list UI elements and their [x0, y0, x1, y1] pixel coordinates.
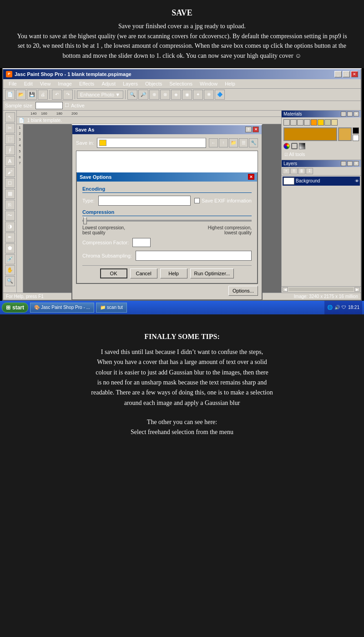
new-folder-btn[interactable]: 📁 — [229, 138, 238, 147]
background-color[interactable] — [338, 127, 352, 141]
tool2-btn[interactable]: ⊗ — [160, 90, 170, 100]
save-options-close-btn[interactable]: ✕ — [248, 174, 254, 180]
layers-max-btn[interactable]: □ — [347, 161, 353, 166]
compression-slider-thumb[interactable] — [83, 217, 87, 224]
zoom-in-btn[interactable]: 🔍 — [127, 90, 137, 100]
tool7-btn[interactable]: 🔷 — [215, 90, 225, 100]
ok-button[interactable]: OK — [100, 268, 127, 278]
materials-max-btn[interactable]: □ — [347, 111, 353, 116]
crop-tool[interactable]: ✂ — [5, 123, 15, 133]
black-swatch[interactable] — [353, 127, 359, 134]
layer-item-background[interactable]: Background 👁 — [283, 177, 360, 186]
type-dropdown[interactable]: Standard encoding ▼ — [98, 196, 191, 206]
magnify-tool[interactable]: 🔍 — [5, 276, 15, 286]
menu-edit[interactable]: Edit — [20, 80, 36, 87]
taskbar-scan-item[interactable]: 📁 scan tut — [96, 303, 127, 313]
new-file-btn[interactable]: 📄 — [5, 90, 15, 100]
open-file-btn[interactable]: 📂 — [16, 90, 26, 100]
materials-min-btn[interactable]: _ — [341, 111, 346, 116]
white-swatch[interactable] — [353, 135, 359, 141]
clone-tool[interactable]: ⎘ — [5, 200, 15, 210]
chroma-dropdown[interactable]: YCbCr 1x1 1x1 1x1 (None) ▼ — [136, 251, 252, 261]
menu-objects[interactable]: Objects — [142, 80, 166, 87]
save-file-btn[interactable]: 💾 — [27, 90, 37, 100]
start-button[interactable]: ⊞ start — [2, 303, 28, 313]
close-button[interactable]: ✕ — [351, 71, 358, 77]
materials-close-btn[interactable]: ✕ — [354, 111, 359, 116]
save-as-close-btn[interactable]: ✕ — [253, 126, 259, 132]
menu-adjust[interactable]: Adjust — [98, 80, 119, 87]
maximize-button[interactable]: □ — [343, 71, 350, 77]
gradient-icon[interactable] — [299, 143, 305, 149]
foreground-color[interactable] — [283, 127, 337, 141]
tool4-btn[interactable]: ◉ — [182, 90, 192, 100]
menu-view[interactable]: View — [36, 80, 55, 87]
layers-scroll-left[interactable]: ◀ — [283, 287, 288, 292]
pattern-icon[interactable] — [291, 143, 298, 149]
back-btn[interactable]: ← — [209, 138, 218, 147]
smudge-tool[interactable]: 〜 — [5, 211, 15, 221]
menu-help[interactable]: Help — [221, 80, 239, 87]
swatch-1[interactable] — [283, 119, 290, 126]
print-btn[interactable]: 🖨 — [38, 90, 48, 100]
swatch-active[interactable] — [311, 119, 317, 126]
exif-checkbox[interactable]: ✓ — [194, 198, 200, 203]
layers-min-btn[interactable]: _ — [341, 161, 346, 166]
swatch-6[interactable] — [324, 119, 331, 126]
menu-file[interactable]: File — [5, 80, 20, 87]
layers-close-btn[interactable]: ✕ — [354, 161, 359, 166]
swatch-3[interactable] — [297, 119, 303, 126]
pen-tool[interactable]: ✒ — [5, 233, 15, 243]
menu-effects[interactable]: Effects — [76, 80, 98, 87]
cancel-button[interactable]: Cancel — [130, 268, 157, 278]
shape-tool[interactable]: ⬟ — [5, 243, 15, 253]
redo-btn[interactable]: ↷ — [63, 90, 73, 100]
run-optimizer-button[interactable]: Run Optimizer... — [190, 268, 234, 278]
sample-size-dropdown[interactable]: 1 Pixel — [35, 102, 63, 109]
compression-slider-track[interactable] — [82, 220, 252, 222]
taskbar-psp-item[interactable]: 🎨 Jasc Paint Shop Pro - ... — [30, 303, 94, 313]
eyedropper-tool[interactable]: 💉 — [5, 254, 15, 264]
tools-btn[interactable]: 🔧 — [249, 138, 258, 147]
swatch-7[interactable] — [331, 119, 338, 126]
eraser-tool[interactable]: ◻ — [5, 178, 15, 188]
view-btn[interactable]: ☰ — [239, 138, 248, 147]
layer-new-btn[interactable]: + — [283, 168, 290, 174]
enhance-photo-btn[interactable]: Enhance Photo ▼ — [77, 91, 123, 99]
text-tool[interactable]: A — [5, 156, 15, 166]
menu-layers[interactable]: Layers — [119, 80, 142, 87]
save-in-dropdown[interactable]: 1 scans ▼ — [97, 138, 206, 148]
swatch-4[interactable] — [304, 119, 310, 126]
color-wheel-icon[interactable] — [283, 143, 290, 149]
layer-copy-btn[interactable]: ⎘ — [290, 168, 298, 174]
active-checkbox[interactable]: ☐ — [65, 102, 69, 108]
swatch-5[interactable] — [318, 119, 324, 126]
tool1-btn[interactable]: ⊕ — [149, 90, 159, 100]
options-button[interactable]: Options... — [228, 286, 258, 296]
tool3-btn[interactable]: ◈ — [171, 90, 181, 100]
undo-btn[interactable]: ↶ — [52, 90, 62, 100]
menu-window[interactable]: Window — [196, 80, 221, 87]
layers-scroll-right[interactable]: ▶ — [354, 287, 360, 292]
dodge-tool[interactable]: ◑ — [5, 222, 15, 232]
compression-value-box[interactable]: 1 — [132, 238, 151, 247]
paint-tool[interactable]: 🖌 — [5, 167, 15, 177]
zoom-out-btn[interactable]: 🔎 — [138, 90, 148, 100]
save-as-help-btn[interactable]: ? — [245, 126, 252, 132]
up-btn[interactable]: ↑ — [219, 138, 228, 147]
all-tools-checkbox[interactable]: ☑ — [284, 152, 288, 157]
tool5-btn[interactable]: ✦ — [193, 90, 203, 100]
menu-selections[interactable]: Selections — [166, 80, 196, 87]
layer-delete-btn[interactable]: 🗑 — [298, 168, 305, 174]
hand-tool[interactable]: ✋ — [5, 265, 15, 275]
swatch-2[interactable] — [290, 119, 297, 126]
menu-image[interactable]: Image — [54, 80, 76, 87]
layer-merge-btn[interactable]: ↧ — [306, 168, 313, 174]
arrow-tool[interactable]: ↖ — [5, 112, 15, 122]
minimize-button[interactable]: _ — [334, 71, 342, 77]
select-tool[interactable]: ⬚ — [5, 134, 15, 144]
help-button[interactable]: Help — [160, 268, 187, 278]
layers-scrollbar[interactable]: ◀ ▶ — [282, 286, 361, 293]
fill-tool[interactable]: ▦ — [5, 189, 15, 199]
tool6-btn[interactable]: ❋ — [204, 90, 214, 100]
